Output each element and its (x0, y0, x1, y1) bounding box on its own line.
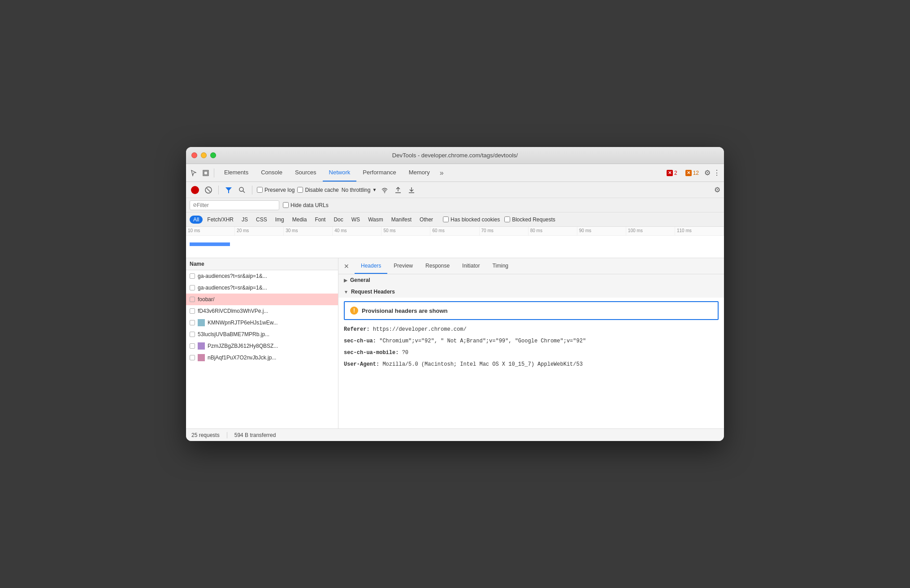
tab-memory[interactable]: Memory (403, 164, 436, 182)
close-detail-button[interactable]: ✕ (342, 262, 351, 271)
main-content: Name ga-audiences?t=sr&aip=1&... ga-audi… (186, 258, 724, 428)
file-name-7: nBjAqf1PuX7O2nvJbJck.jp... (208, 355, 334, 361)
file-checkbox-0[interactable] (190, 273, 195, 279)
type-btn-img[interactable]: Img (272, 216, 288, 224)
type-btn-css[interactable]: CSS (252, 216, 271, 224)
layers-icon[interactable] (201, 169, 210, 177)
tab-network[interactable]: Network (323, 164, 357, 182)
record-button[interactable] (190, 185, 200, 195)
list-item-selected[interactable]: foobar/ (186, 294, 338, 305)
preserve-log-checkbox[interactable] (257, 187, 263, 193)
file-checkbox-3[interactable] (190, 308, 195, 314)
download-button[interactable] (406, 185, 417, 195)
svg-line-3 (207, 188, 210, 192)
minimize-button[interactable] (201, 152, 207, 158)
blocked-requests-checkbox[interactable] (504, 216, 510, 222)
file-name-2: foobar/ (198, 296, 334, 303)
file-checkbox-2[interactable] (190, 297, 195, 302)
list-item[interactable]: fD43v6RiVCDlmo3WhVPe.j... (186, 305, 338, 317)
detail-tab-response[interactable]: Response (419, 258, 456, 274)
filter-input[interactable] (197, 202, 276, 208)
type-btn-wasm[interactable]: Wasm (364, 216, 387, 224)
warning-badge[interactable]: ✕ 12 (683, 169, 702, 177)
search-icon (238, 186, 246, 194)
filter-toggle-button[interactable] (223, 185, 234, 195)
file-name-0: ga-audiences?t=sr&aip=1&... (198, 273, 334, 279)
list-item[interactable]: ga-audiences?t=sr&aip=1&... (186, 270, 338, 282)
error-badge[interactable]: ✕ 2 (664, 169, 680, 177)
filter-bar: ⊘ Hide data URLs (186, 198, 724, 212)
svg-point-5 (239, 187, 243, 191)
warning-count: 12 (693, 170, 699, 176)
provisional-warning-icon: ! (350, 307, 358, 315)
close-button[interactable] (191, 152, 197, 158)
type-btn-all[interactable]: All (190, 216, 203, 224)
type-btn-doc[interactable]: Doc (330, 216, 347, 224)
settings-icon[interactable]: ⚙ (704, 169, 711, 177)
tick-70: 70 ms (480, 227, 529, 235)
list-item[interactable]: nBjAqf1PuX7O2nvJbJck.jp... (186, 352, 338, 363)
network-toolbar: Preserve log Disable cache No throttling… (186, 182, 724, 198)
type-btn-media[interactable]: Media (289, 216, 311, 224)
type-btn-manifest[interactable]: Manifest (388, 216, 415, 224)
more-options-icon[interactable]: ⋮ (713, 169, 720, 177)
hide-urls-checkbox[interactable] (283, 202, 289, 208)
requests-count: 25 requests (191, 432, 220, 438)
detail-tab-initiator[interactable]: Initiator (456, 258, 486, 274)
file-list: Name ga-audiences?t=sr&aip=1&... ga-audi… (186, 258, 338, 428)
disable-cache-checkbox[interactable] (297, 187, 303, 193)
detail-tab-headers[interactable]: Headers (355, 258, 387, 274)
wifi-icon-btn[interactable] (379, 185, 390, 195)
general-section-header[interactable]: ▶ General (338, 274, 724, 286)
upload-button[interactable] (393, 185, 403, 195)
file-checkbox-4[interactable] (190, 320, 195, 325)
general-section-label: General (350, 277, 370, 283)
network-settings-icon[interactable]: ⚙ (714, 186, 720, 194)
sec-ch-ua-mobile-key: sec-ch-ua-mobile: (344, 350, 399, 356)
cursor-icon[interactable] (190, 169, 199, 177)
type-btn-ws[interactable]: WS (348, 216, 364, 224)
tick-10: 10 ms (186, 227, 235, 235)
list-item[interactable]: 53luclsjUVBaBME7MPRb.jp... (186, 329, 338, 340)
tab-performance[interactable]: Performance (356, 164, 402, 182)
timeline-request-bar (190, 242, 230, 246)
provisional-warning-text: Provisional headers are shown (362, 307, 447, 314)
list-item[interactable]: PzmJZBgZBJ612Hy8QBSZ... (186, 340, 338, 352)
tab-elements[interactable]: Elements (218, 164, 255, 182)
record-icon (191, 186, 199, 194)
type-btn-font[interactable]: Font (311, 216, 329, 224)
more-tabs-button[interactable]: » (436, 164, 447, 182)
clear-button[interactable] (203, 185, 214, 195)
type-filter-bar: All Fetch/XHR JS CSS Img Media Font Doc … (186, 212, 724, 227)
provisional-header: ! Provisional headers are shown (350, 307, 712, 315)
maximize-button[interactable] (210, 152, 216, 158)
type-btn-js[interactable]: JS (238, 216, 251, 224)
timeline-content (186, 236, 724, 258)
list-item[interactable]: ga-audiences?t=sr&aip=1&... (186, 282, 338, 294)
detail-tab-preview[interactable]: Preview (387, 258, 419, 274)
has-blocked-cookies-label[interactable]: Has blocked cookies (443, 216, 500, 223)
main-tabs: Elements Console Sources Network Perform… (218, 164, 664, 182)
tab-sources[interactable]: Sources (289, 164, 323, 182)
throttle-select[interactable]: No throttling ▼ (342, 187, 377, 193)
has-blocked-cookies-checkbox[interactable] (443, 216, 449, 222)
file-checkbox-7[interactable] (190, 355, 195, 360)
type-btn-other[interactable]: Other (416, 216, 437, 224)
header-row-user-agent: User-Agent: Mozilla/5.0 (Macintosh; Inte… (338, 359, 724, 370)
list-item[interactable]: KMNWpnRJTP6eHJs1wEw... (186, 317, 338, 329)
filter-input-wrap[interactable]: ⊘ (190, 200, 279, 210)
preserve-log-label[interactable]: Preserve log (257, 187, 295, 193)
header-row-referer: Referer: https://developer.chrome.com/ (338, 324, 724, 335)
file-checkbox-5[interactable] (190, 332, 195, 337)
tab-console[interactable]: Console (255, 164, 289, 182)
file-checkbox-1[interactable] (190, 285, 195, 290)
detail-panel: ✕ Headers Preview Response Initiator Tim… (338, 258, 724, 428)
hide-urls-label[interactable]: Hide data URLs (283, 202, 329, 208)
blocked-requests-label[interactable]: Blocked Requests (504, 216, 555, 223)
disable-cache-label[interactable]: Disable cache (297, 187, 338, 193)
search-button[interactable] (237, 185, 247, 195)
type-btn-fetch-xhr[interactable]: Fetch/XHR (204, 216, 237, 224)
detail-tab-timing[interactable]: Timing (486, 258, 515, 274)
file-checkbox-6[interactable] (190, 343, 195, 349)
request-headers-title[interactable]: ▼ Request Headers (338, 286, 724, 298)
